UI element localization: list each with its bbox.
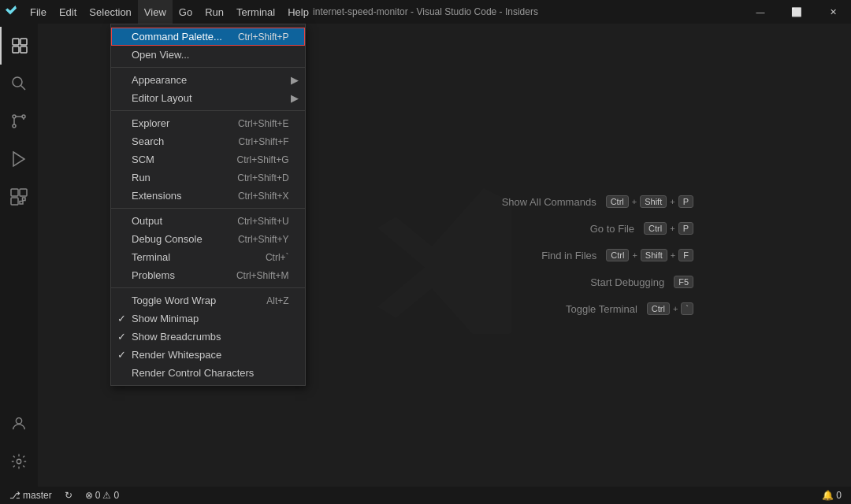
menu-help[interactable]: Help <box>281 0 315 24</box>
menu-item-editor-layout[interactable]: Editor Layout ▶ <box>111 89 305 107</box>
activity-bar <box>0 24 38 487</box>
editor-layout-label: Editor Layout <box>132 92 289 104</box>
menu-item-render-whitespace[interactable]: ✓ Render Whitespace <box>111 346 305 364</box>
window-title: internet-speed-monitor - Visual Studio C… <box>313 6 538 17</box>
extensions-shortcut: Ctrl+Shift+X <box>238 191 289 202</box>
activity-git[interactable] <box>0 102 38 140</box>
command-palette-label: Command Palette... <box>132 31 222 43</box>
hint-keys-2: Ctrl + Shift + F <box>606 249 693 261</box>
notification-bell[interactable]: 🔔 0 <box>819 490 845 501</box>
search-shortcut: Ctrl+Shift+F <box>239 136 289 147</box>
kbd-f-2: F <box>678 249 693 261</box>
appearance-arrow: ▶ <box>291 74 299 86</box>
git-branch[interactable]: ⎇ master <box>6 490 55 501</box>
problems-label: Problems <box>132 269 221 281</box>
branch-name: master <box>23 490 52 501</box>
run-label: Run <box>132 172 221 183</box>
kbd-p-0: P <box>678 195 693 208</box>
kbd-ctrl-4: Ctrl <box>647 302 670 315</box>
menu-item-scm[interactable]: SCM Ctrl+Shift+G <box>111 150 305 169</box>
menu-item-toggle-word-wrap[interactable]: Toggle Word Wrap Alt+Z <box>111 291 305 309</box>
svg-rect-0 <box>13 39 19 45</box>
svg-point-14 <box>17 459 21 464</box>
menu-view[interactable]: View <box>138 0 173 24</box>
separator-1 <box>111 67 305 68</box>
errors-warnings[interactable]: ⊗ 0 ⚠ 0 <box>82 490 122 501</box>
menu-item-extensions[interactable]: Extensions Ctrl+Shift+X <box>111 187 305 205</box>
menu-item-show-minimap[interactable]: ✓ Show Minimap <box>111 309 305 328</box>
terminal-label: Terminal <box>132 251 250 263</box>
menu-item-problems[interactable]: Problems Ctrl+Shift+M <box>111 266 305 284</box>
output-shortcut: Ctrl+Shift+U <box>237 216 288 227</box>
sync-button[interactable]: ↻ <box>61 490 76 501</box>
activity-debug[interactable] <box>0 140 38 178</box>
extensions-label: Extensions <box>132 190 222 202</box>
svg-marker-9 <box>13 152 24 166</box>
output-label: Output <box>132 215 221 227</box>
kbd-p-1: P <box>678 222 693 235</box>
problems-shortcut: Ctrl+Shift+M <box>236 270 289 281</box>
open-view-label: Open View... <box>132 49 289 61</box>
error-count: 0 <box>95 490 101 501</box>
hint-label-4: Toggle Terminal <box>566 303 637 315</box>
svg-point-6 <box>13 124 16 128</box>
vscode-logo <box>366 176 523 334</box>
activity-account[interactable] <box>0 405 38 443</box>
hint-label-0: Show All Commands <box>502 196 596 208</box>
menu-item-open-view[interactable]: Open View... <box>111 46 305 64</box>
maximize-button[interactable]: ⬜ <box>779 0 815 24</box>
warning-count: 0 <box>113 490 119 501</box>
menu-item-show-breadcrumbs[interactable]: ✓ Show Breadcrumbs <box>111 328 305 346</box>
activity-bottom <box>0 405 38 487</box>
hint-toggle-terminal: Toggle Terminal Ctrl + ` <box>502 302 693 315</box>
menu-item-appearance[interactable]: Appearance ▶ <box>111 71 305 89</box>
explorer-label: Explorer <box>132 117 222 129</box>
view-dropdown-menu: Command Palette... Ctrl+Shift+P Open Vie… <box>110 24 306 386</box>
kbd-shift-0: Shift <box>640 195 667 208</box>
debug-console-shortcut: Ctrl+Shift+Y <box>238 234 289 245</box>
activity-settings[interactable] <box>0 443 38 480</box>
hint-label-2: Find in Files <box>541 250 596 261</box>
show-minimap-label: Show Minimap <box>132 313 289 324</box>
sync-icon: ↻ <box>65 490 72 501</box>
svg-rect-3 <box>20 46 27 53</box>
activity-explorer[interactable] <box>0 27 38 65</box>
menu-item-search[interactable]: Search Ctrl+Shift+F <box>111 132 305 150</box>
hint-show-all-commands: Show All Commands Ctrl + Shift + P <box>502 195 693 208</box>
menu-selection[interactable]: Selection <box>83 0 137 24</box>
kbd-ctrl-2: Ctrl <box>606 249 629 261</box>
activity-extensions[interactable] <box>0 178 38 216</box>
explorer-shortcut: Ctrl+Shift+E <box>238 118 289 129</box>
menu-item-run[interactable]: Run Ctrl+Shift+D <box>111 169 305 187</box>
menu-item-debug-console[interactable]: Debug Console Ctrl+Shift+Y <box>111 230 305 248</box>
close-button[interactable]: ✕ <box>815 0 851 24</box>
menu-terminal[interactable]: Terminal <box>230 0 281 24</box>
menu-go[interactable]: Go <box>173 0 199 24</box>
menu-file[interactable]: File <box>24 0 53 24</box>
appearance-label: Appearance <box>132 74 289 86</box>
debug-console-label: Debug Console <box>132 233 222 245</box>
svg-point-7 <box>13 115 16 118</box>
menu-edit[interactable]: Edit <box>53 0 83 24</box>
window-controls: — ⬜ ✕ <box>742 0 851 24</box>
scm-shortcut: Ctrl+Shift+G <box>237 154 289 165</box>
hint-start-debugging: Start Debugging F5 <box>502 276 693 288</box>
activity-search[interactable] <box>0 65 38 102</box>
statusbar-right: 🔔 0 <box>819 490 845 501</box>
menu-item-output[interactable]: Output Ctrl+Shift+U <box>111 212 305 230</box>
svg-rect-11 <box>20 189 27 196</box>
menu-item-explorer[interactable]: Explorer Ctrl+Shift+E <box>111 114 305 132</box>
separator-4 <box>111 287 305 288</box>
svg-rect-10 <box>11 189 18 196</box>
kbd-ctrl-0: Ctrl <box>606 195 629 208</box>
menu-item-command-palette[interactable]: Command Palette... Ctrl+Shift+P <box>111 28 305 46</box>
hint-keys-3: F5 <box>674 276 693 288</box>
search-label: Search <box>132 135 223 147</box>
kbd-f5: F5 <box>674 276 693 288</box>
terminal-shortcut: Ctrl+` <box>266 252 289 263</box>
menu-item-terminal[interactable]: Terminal Ctrl+` <box>111 248 305 266</box>
menu-run[interactable]: Run <box>199 0 230 24</box>
whitespace-check: ✓ <box>117 349 126 361</box>
minimize-button[interactable]: — <box>742 0 779 24</box>
menu-item-render-control-chars[interactable]: Render Control Characters <box>111 364 305 382</box>
